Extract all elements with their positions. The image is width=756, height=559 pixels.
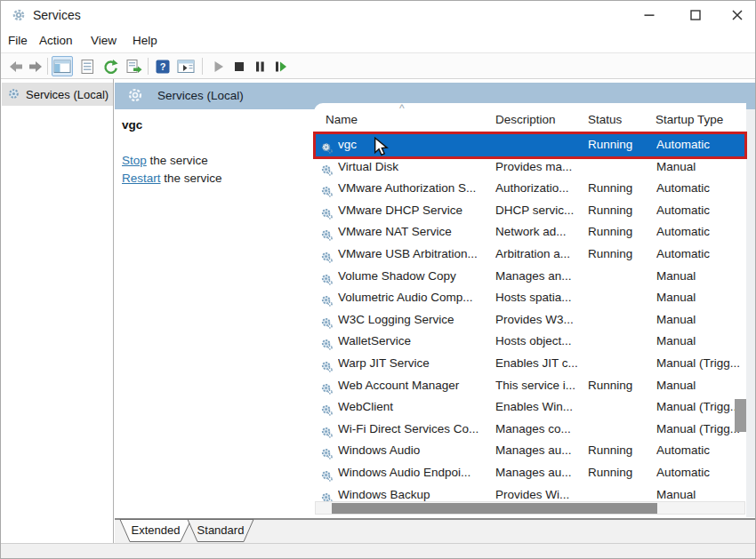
service-name: VMware DHCP Service [338, 200, 495, 222]
service-name: VMware NAT Service [338, 221, 495, 244]
service-name: Windows Audio [338, 440, 495, 462]
service-name: WebClient [338, 396, 495, 419]
service-description: Network ad... [495, 221, 586, 244]
stop-service-suffix: the service [147, 154, 208, 167]
table-row[interactable]: Windows Audio Manages au... Running Auto… [314, 440, 746, 462]
maximize-button[interactable] [675, 1, 715, 29]
minimize-icon [644, 10, 655, 20]
table-row[interactable]: VMware Authorization S... Authorizatio..… [314, 178, 746, 200]
properties-icon [79, 59, 95, 75]
tab-extended[interactable]: Extended [118, 519, 193, 543]
service-description: Manages au... [495, 440, 586, 462]
service-name: VMware USB Arbitration... [338, 244, 495, 266]
table-row[interactable]: VMware DHCP Service DHCP servic... Runni… [314, 200, 746, 222]
menu-view[interactable]: View [91, 29, 117, 53]
table-row[interactable]: WalletService Hosts object... Manual [314, 331, 746, 353]
toolbar: ? [1, 53, 756, 79]
minimize-button[interactable] [629, 1, 669, 29]
service-name: Volume Shadow Copy [338, 266, 495, 288]
service-startup-type: Manual [656, 309, 745, 331]
service-description: Arbitration a... [495, 244, 586, 266]
back-arrow-icon [8, 59, 24, 75]
table-row[interactable]: Volume Shadow Copy Manages an... Manual [314, 266, 746, 288]
menu-action[interactable]: Action [39, 29, 73, 53]
restart-service-icon [272, 59, 288, 75]
service-status: Running [588, 440, 654, 462]
service-name: W3C Logging Service [338, 309, 495, 331]
table-row[interactable]: VMware NAT Service Network ad... Running… [314, 221, 746, 244]
result-pane-title: Services (Local) [157, 83, 244, 109]
selected-service-name: vgc [122, 118, 142, 132]
help-icon: ? [156, 60, 170, 74]
export-list-button[interactable] [123, 56, 144, 76]
service-description: Hosts spatia... [495, 287, 586, 309]
start-service-button[interactable] [207, 56, 229, 76]
menu-help[interactable]: Help [133, 29, 157, 53]
window-title: Services [33, 1, 81, 29]
status-bar [1, 543, 756, 559]
service-startup-type: Automatic [656, 462, 745, 484]
table-row[interactable]: VMware USB Arbitration... Arbitration a.… [314, 244, 746, 266]
service-startup-type: Manual [656, 266, 745, 288]
restart-service-link[interactable]: Restart [122, 172, 161, 185]
service-name: Virtual Disk [338, 156, 495, 179]
services-gear-icon [12, 8, 26, 22]
table-row[interactable]: Virtual Disk Provides ma... Manual [314, 156, 746, 179]
table-row[interactable]: Warp JIT Service Enables JIT c... Manual… [314, 353, 746, 375]
table-row[interactable]: Windows Audio Endpoi... Manages au... Ru… [314, 462, 746, 484]
service-status: Running [588, 200, 654, 222]
horizontal-scrollbar-thumb[interactable] [332, 503, 657, 514]
service-name: Web Account Manager [338, 375, 495, 397]
forward-arrow-icon [28, 59, 44, 75]
properties-button[interactable] [76, 56, 98, 76]
panel-right-margin [746, 109, 756, 517]
stop-service-link[interactable]: Stop [122, 154, 147, 167]
service-startup-type: Manual (Trigg... [656, 353, 745, 375]
service-status [588, 309, 654, 331]
service-description: Provides ma... [495, 156, 586, 179]
show-action-pane-button[interactable] [175, 56, 197, 76]
refresh-button[interactable] [100, 56, 121, 76]
sort-ascending-icon: ^ [399, 103, 405, 115]
stop-service-button[interactable] [229, 56, 250, 76]
service-description: Manages au... [495, 462, 586, 484]
sidebar-item-label: Services (Local) [26, 88, 109, 101]
table-row[interactable]: vgc Running Automatic [314, 134, 746, 156]
column-header-startup-type[interactable]: Startup Type [655, 110, 723, 130]
service-description: This service i... [495, 375, 586, 397]
service-description [495, 134, 586, 156]
forward-button[interactable] [25, 56, 46, 76]
close-button[interactable] [718, 1, 756, 29]
service-startup-type: Automatic [656, 244, 745, 266]
pause-service-button[interactable] [249, 56, 270, 76]
menu-bar: File Action View Help [1, 29, 756, 53]
service-description: Provides W3... [495, 309, 586, 331]
column-header-name[interactable]: Name [326, 110, 358, 130]
services-list-panel: ^ Name Description Status Startup Type v… [314, 103, 746, 517]
service-status [588, 353, 654, 375]
service-name: Wi-Fi Direct Services Co... [338, 419, 495, 441]
table-row[interactable]: Web Account Manager This service i... Ru… [314, 375, 746, 397]
table-row[interactable]: Volumetric Audio Comp... Hosts spatia...… [314, 287, 746, 309]
back-button[interactable] [5, 56, 27, 76]
tab-standard[interactable]: Standard [186, 519, 255, 543]
service-status [588, 287, 654, 309]
show-console-tree-button[interactable] [52, 56, 73, 76]
table-row[interactable]: W3C Logging Service Provides W3... Manua… [314, 309, 746, 331]
column-header-status[interactable]: Status [588, 110, 622, 130]
service-status: Running [588, 134, 654, 156]
restart-service-button[interactable] [269, 56, 291, 76]
vertical-scrollbar-thumb[interactable] [735, 399, 746, 432]
services-gear-icon [8, 88, 20, 100]
service-startup-type: Automatic [656, 221, 745, 244]
sidebar-item-services-local[interactable]: Services (Local) [2, 83, 113, 106]
view-tab-bar: Extended Standard [115, 518, 756, 543]
table-row[interactable]: WebClient Enables Win... Manual (Trigg..… [314, 396, 746, 419]
table-row[interactable]: Wi-Fi Direct Services Co... Manages co..… [314, 419, 746, 441]
column-header-description[interactable]: Description [495, 110, 556, 130]
menu-file[interactable]: File [8, 29, 28, 53]
help-button[interactable]: ? [152, 56, 173, 76]
tab-extended-label: Extended [118, 519, 193, 542]
services-window: Services File Action View Help [0, 0, 756, 559]
close-icon [732, 10, 743, 20]
